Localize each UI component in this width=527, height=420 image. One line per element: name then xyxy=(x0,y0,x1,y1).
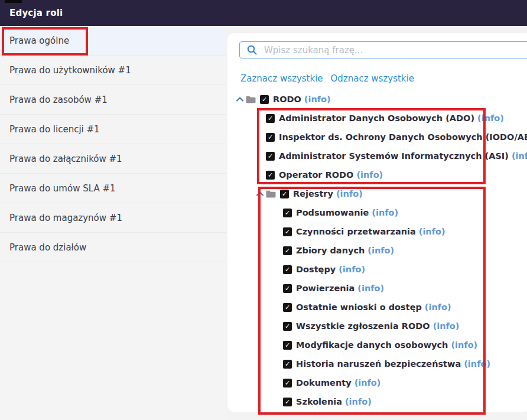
info-link[interactable]: (info) xyxy=(477,113,504,123)
info-link[interactable]: (info) xyxy=(357,284,384,293)
checkbox-checked-icon[interactable] xyxy=(283,284,292,293)
tree-item-dokumenty: Dokumenty (info) xyxy=(236,373,527,392)
tree-item-label[interactable]: Administrator Systemów Informatycznych (… xyxy=(279,151,509,161)
checkbox-checked-icon[interactable] xyxy=(283,398,292,406)
sidebar-item-prawa-zalacznikow[interactable]: Prawa do załączników #1 xyxy=(0,144,226,174)
sidebar-item-label: Prawa do licencji #1 xyxy=(9,124,100,135)
tree-item-label[interactable]: Operator RODO xyxy=(279,170,353,180)
tree-item-label[interactable]: Szkolenia xyxy=(296,397,342,406)
window-artifact xyxy=(5,0,22,3)
tree-item-label[interactable]: Wszystkie zgłoszenia RODO xyxy=(296,321,430,331)
tree-item-asi: Administrator Systemów Informatycznych (… xyxy=(236,146,527,165)
sidebar-item-prawa-ogolne[interactable]: Prawa ogólne xyxy=(0,26,226,56)
sidebar-item-label: Prawa ogólne xyxy=(9,35,69,46)
info-link[interactable]: (info) xyxy=(304,95,331,104)
tree-item-label[interactable]: Inspektor ds. Ochrony Danych Osobowych (… xyxy=(279,132,527,142)
page-title: Edycja roli xyxy=(9,8,63,18)
sidebar: Prawa ogólne Prawa do użytkowników #1 Pr… xyxy=(0,26,226,420)
checkbox-checked-icon[interactable] xyxy=(283,360,292,369)
tree-item-ostatnie-wnioski: Ostatnie wnioski o dostęp (info) xyxy=(236,298,527,317)
tree-item-podsumowanie: Podsumowanie (info) xyxy=(236,203,527,222)
info-link[interactable]: (info) xyxy=(345,397,372,406)
tree-item-label[interactable]: Dostępy xyxy=(296,265,336,274)
deselect-all-link[interactable]: Odznacz wszystkie xyxy=(331,73,414,84)
chevron-up-icon[interactable] xyxy=(236,97,243,102)
info-link[interactable]: (info) xyxy=(356,170,383,180)
sidebar-item-label: Prawa do umów SLA #1 xyxy=(9,183,116,194)
tree-item-czynnosci-przetwarzania: Czynności przetwarzania (info) xyxy=(236,222,527,241)
permissions-tree: RODO (info) Administrator Danych Osobowy… xyxy=(236,90,527,411)
folder-icon xyxy=(246,96,256,103)
tree-item-label[interactable]: Podsumowanie xyxy=(296,208,369,217)
sidebar-item-label: Prawa do działów xyxy=(9,242,86,253)
checkbox-checked-icon[interactable] xyxy=(266,171,275,180)
tree-item-powierzenia: Powierzenia (info) xyxy=(236,279,527,298)
tree-item-label[interactable]: Powierzenia xyxy=(296,284,354,293)
tree-item-historia-naruszen: Historia naruszeń bezpieczeństwa (info) xyxy=(236,354,527,373)
info-link[interactable]: (info) xyxy=(367,246,394,255)
sidebar-item-prawa-dzialow[interactable]: Prawa do działów xyxy=(0,233,226,262)
checkbox-checked-icon[interactable] xyxy=(283,265,292,274)
checkbox-checked-icon[interactable] xyxy=(266,133,275,142)
checkbox-checked-icon[interactable] xyxy=(283,246,292,255)
checkbox-checked-icon[interactable] xyxy=(266,114,275,123)
permissions-card: Zaznacz wszystkie Odznacz wszystkie RODO… xyxy=(227,33,527,412)
search-input[interactable] xyxy=(257,42,527,58)
tree-item-label[interactable]: Ostatnie wnioski o dostęp xyxy=(296,302,422,312)
tree-item-zgloszenia-rodo: Wszystkie zgłoszenia RODO (info) xyxy=(236,317,527,336)
checkbox-checked-icon[interactable] xyxy=(283,379,292,388)
tree-item-operator-rodo: Operator RODO (info) xyxy=(236,165,527,184)
sidebar-item-label: Prawa do zasobów #1 xyxy=(9,95,108,105)
tree-group-rejestry: Rejestry (info) xyxy=(236,184,527,203)
tree-group-rodo: RODO (info) xyxy=(236,90,527,109)
checkbox-checked-icon[interactable] xyxy=(283,227,292,236)
checkbox-checked-icon[interactable] xyxy=(283,322,292,331)
tree-item-label[interactable]: Historia naruszeń bezpieczeństwa xyxy=(296,359,461,369)
select-all-link[interactable]: Zaznacz wszystkie xyxy=(240,73,323,84)
info-link[interactable]: (info) xyxy=(433,321,460,331)
info-link[interactable]: (info) xyxy=(464,359,490,369)
tree-item-label[interactable]: Dokumenty xyxy=(296,378,352,388)
tree-item-szkolenia: Szkolenia (info) xyxy=(236,392,527,411)
folder-icon xyxy=(266,190,276,198)
tree-item-label[interactable]: Czynności przetwarzania xyxy=(296,227,416,236)
tree-item-zbiory-danych: Zbiory danych (info) xyxy=(236,241,527,260)
tree-item-ado: Administrator Danych Osobowych (ADO) (in… xyxy=(236,109,527,128)
info-link[interactable]: (info) xyxy=(419,227,445,236)
tree-item-modyfikacje-danych: Modyfikacje danych osobowych (info) xyxy=(236,336,527,354)
search-icon xyxy=(247,45,257,55)
sidebar-item-prawa-umow-sla[interactable]: Prawa do umów SLA #1 xyxy=(0,174,226,203)
tree-item-iodo-abi: Inspektor ds. Ochrony Danych Osobowych (… xyxy=(236,128,527,146)
checkbox-checked-icon[interactable] xyxy=(280,190,289,198)
checkbox-checked-icon[interactable] xyxy=(283,341,292,350)
info-link[interactable]: (info) xyxy=(512,151,527,161)
tree-item-label[interactable]: RODO xyxy=(273,95,301,104)
info-link[interactable]: (info) xyxy=(354,378,381,388)
sidebar-item-label: Prawa do magazynów #1 xyxy=(9,213,122,223)
tree-item-dostepy: Dostępy (info) xyxy=(236,260,527,279)
info-link[interactable]: (info) xyxy=(451,340,477,350)
sidebar-item-label: Prawa do załączników #1 xyxy=(9,154,122,164)
sidebar-item-prawa-magazynow[interactable]: Prawa do magazynów #1 xyxy=(0,203,226,233)
sidebar-item-prawa-uzytkownikow[interactable]: Prawa do użytkowników #1 xyxy=(0,56,226,85)
header-bar: Edycja roli xyxy=(0,0,527,26)
chevron-up-icon[interactable] xyxy=(256,191,264,196)
tree-item-label[interactable]: Zbiory danych xyxy=(296,246,365,255)
tree-item-label[interactable]: Modyfikacje danych osobowych xyxy=(296,340,448,350)
info-link[interactable]: (info) xyxy=(425,302,451,312)
checkbox-checked-icon[interactable] xyxy=(260,95,269,104)
sidebar-item-prawa-licencji[interactable]: Prawa do licencji #1 xyxy=(0,115,226,144)
main-panel: Zaznacz wszystkie Odznacz wszystkie RODO… xyxy=(226,26,527,420)
tree-item-label[interactable]: Rejestry xyxy=(293,189,333,198)
sidebar-item-prawa-zasobow[interactable]: Prawa do zasobów #1 xyxy=(0,85,226,115)
checkbox-checked-icon[interactable] xyxy=(266,152,275,161)
sidebar-item-label: Prawa do użytkowników #1 xyxy=(9,65,131,76)
info-link[interactable]: (info) xyxy=(339,265,365,274)
bulk-actions: Zaznacz wszystkie Odznacz wszystkie xyxy=(240,73,414,84)
search-box xyxy=(239,41,527,58)
info-link[interactable]: (info) xyxy=(336,189,363,198)
checkbox-checked-icon[interactable] xyxy=(283,303,292,312)
checkbox-checked-icon[interactable] xyxy=(283,209,292,217)
tree-item-label[interactable]: Administrator Danych Osobowych (ADO) xyxy=(279,113,474,123)
info-link[interactable]: (info) xyxy=(372,208,398,217)
